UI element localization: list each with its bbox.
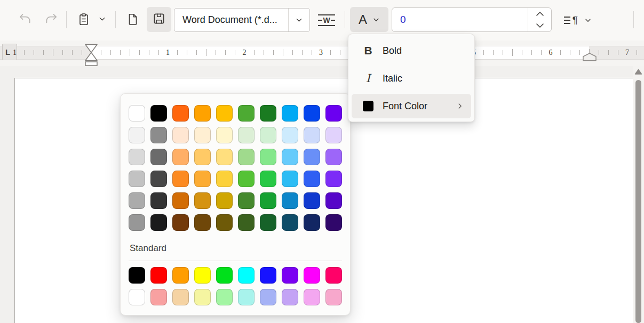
color-swatch[interactable] [260, 127, 276, 143]
color-swatch[interactable] [129, 192, 145, 209]
color-swatch[interactable] [194, 171, 211, 187]
color-swatch[interactable] [282, 192, 298, 209]
color-swatch[interactable] [304, 267, 320, 284]
color-swatch[interactable] [238, 289, 255, 305]
color-swatch[interactable] [282, 105, 298, 122]
color-swatch[interactable] [194, 267, 211, 284]
color-swatch[interactable] [194, 192, 211, 209]
color-swatch[interactable] [260, 192, 276, 209]
new-document-button[interactable] [122, 9, 144, 31]
color-swatch[interactable] [238, 149, 255, 165]
color-swatch[interactable] [325, 214, 342, 231]
color-swatch[interactable] [260, 171, 276, 187]
paragraph-formatting-button[interactable]: ¶ [558, 9, 598, 31]
right-indent-marker[interactable] [582, 53, 597, 61]
color-swatch[interactable] [282, 289, 298, 305]
color-swatch[interactable] [129, 171, 145, 187]
color-swatch[interactable] [325, 289, 342, 305]
paste-dropdown-chevron[interactable] [94, 9, 110, 31]
font-formatting-button[interactable]: A [350, 7, 388, 32]
color-swatch[interactable] [150, 105, 167, 122]
color-swatch[interactable] [260, 267, 276, 284]
redo-button[interactable] [39, 9, 62, 31]
color-swatch[interactable] [304, 289, 320, 305]
color-swatch[interactable] [304, 192, 320, 209]
color-swatch[interactable] [325, 149, 342, 165]
color-swatch[interactable] [304, 149, 320, 165]
color-swatch[interactable] [216, 267, 233, 284]
color-swatch[interactable] [304, 171, 320, 187]
color-swatch[interactable] [260, 105, 276, 122]
color-swatch[interactable] [216, 171, 233, 187]
color-swatch[interactable] [238, 214, 255, 231]
color-swatch[interactable] [129, 289, 145, 305]
color-swatch[interactable] [325, 105, 342, 122]
color-swatch[interactable] [282, 214, 298, 231]
color-swatch[interactable] [194, 149, 211, 165]
color-swatch[interactable] [129, 105, 145, 122]
menu-item-bold[interactable]: B Bold [352, 38, 471, 63]
color-swatch[interactable] [150, 127, 167, 143]
color-swatch[interactable] [260, 289, 276, 305]
color-swatch[interactable] [216, 127, 233, 143]
color-swatch[interactable] [238, 171, 255, 187]
word-wrap-icon[interactable]: W [317, 13, 336, 27]
color-swatch[interactable] [194, 289, 211, 305]
color-swatch[interactable] [238, 267, 255, 284]
color-swatch[interactable] [129, 149, 145, 165]
vertical-scrollbar[interactable] [633, 66, 644, 323]
color-swatch[interactable] [282, 171, 298, 187]
save-format-combobox[interactable]: Word Document (*.d... [174, 8, 310, 32]
color-swatch[interactable] [150, 192, 167, 209]
color-swatch[interactable] [304, 127, 320, 143]
color-swatch[interactable] [172, 267, 189, 284]
color-swatch[interactable] [150, 289, 167, 305]
color-swatch[interactable] [172, 149, 189, 165]
color-swatch[interactable] [216, 289, 233, 305]
color-swatch[interactable] [282, 149, 298, 165]
color-swatch[interactable] [150, 267, 167, 284]
color-swatch[interactable] [282, 267, 298, 284]
color-swatch[interactable] [304, 105, 320, 122]
color-swatch[interactable] [172, 192, 189, 209]
scrollbar-thumb[interactable] [635, 80, 641, 323]
color-swatch[interactable] [172, 214, 189, 231]
color-swatch[interactable] [260, 214, 276, 231]
color-swatch[interactable] [304, 214, 320, 231]
paste-button[interactable] [73, 9, 95, 31]
color-swatch[interactable] [238, 192, 255, 209]
color-swatch[interactable] [216, 105, 233, 122]
spin-down-button[interactable] [528, 20, 551, 31]
color-swatch[interactable] [282, 127, 298, 143]
color-swatch[interactable] [260, 149, 276, 165]
color-swatch[interactable] [325, 171, 342, 187]
number-input[interactable]: 0 [392, 7, 552, 32]
color-swatch[interactable] [325, 192, 342, 209]
color-swatch[interactable] [150, 171, 167, 187]
color-swatch[interactable] [129, 127, 145, 143]
color-swatch[interactable] [172, 105, 189, 122]
color-swatch[interactable] [172, 127, 189, 143]
color-swatch[interactable] [216, 149, 233, 165]
left-indent-marker[interactable] [83, 44, 99, 66]
color-swatch[interactable] [129, 214, 145, 231]
menu-item-italic[interactable]: I Italic [352, 66, 471, 91]
color-swatch[interactable] [325, 267, 342, 284]
color-swatch[interactable] [150, 149, 167, 165]
menu-item-font-color[interactable]: Font Color [352, 94, 471, 118]
spin-up-button[interactable] [528, 8, 551, 20]
color-swatch[interactable] [194, 214, 211, 231]
color-swatch[interactable] [325, 127, 342, 143]
color-swatch[interactable] [216, 214, 233, 231]
color-swatch[interactable] [129, 267, 145, 284]
color-swatch[interactable] [194, 127, 211, 143]
color-swatch[interactable] [172, 171, 189, 187]
color-swatch[interactable] [216, 192, 233, 209]
undo-button[interactable] [14, 9, 36, 31]
save-button[interactable] [147, 7, 171, 32]
color-swatch[interactable] [172, 289, 189, 305]
color-swatch[interactable] [150, 214, 167, 231]
color-swatch[interactable] [238, 127, 255, 143]
color-swatch[interactable] [194, 105, 211, 122]
scroll-up-button[interactable] [634, 68, 642, 74]
